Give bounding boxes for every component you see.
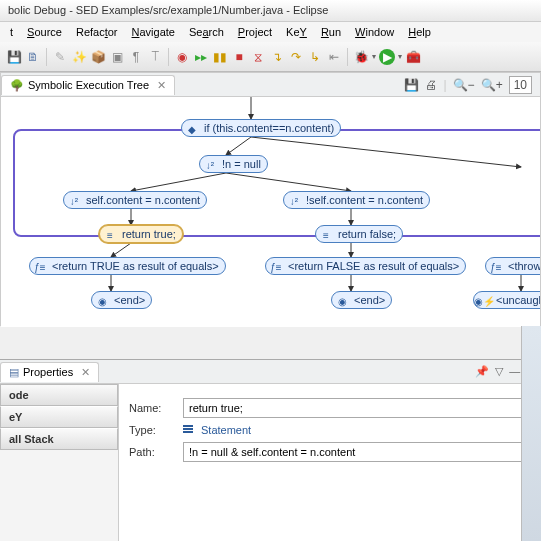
- tree-canvas[interactable]: ◆if (this.content==n.content) ↓²!n = nul…: [1, 97, 540, 327]
- cat-key[interactable]: eY: [0, 406, 118, 428]
- node-notnull[interactable]: ↓²!n = null: [199, 155, 268, 173]
- node-return-true[interactable]: ≡return true;: [99, 225, 183, 243]
- package-icon[interactable]: 📦: [90, 49, 106, 65]
- zoom-out-icon[interactable]: 🔍−: [453, 78, 475, 92]
- save-image-icon[interactable]: 💾: [404, 78, 419, 92]
- right-sash[interactable]: [521, 326, 541, 541]
- menu-run[interactable]: Run: [315, 24, 347, 40]
- frame-outer: [13, 129, 540, 237]
- path-field[interactable]: [183, 442, 531, 462]
- node-uncaught[interactable]: ◉⚡<uncaught jav: [473, 291, 540, 309]
- title-bar: bolic Debug - SED Examples/src/example1/…: [0, 0, 541, 22]
- node-result-false[interactable]: ƒ≡<return FALSE as result of equals>: [265, 257, 466, 275]
- cond-icon: ↓²: [67, 194, 81, 208]
- pin-icon[interactable]: 📌: [475, 365, 489, 378]
- branch-icon: ◆: [185, 122, 199, 136]
- return-icon: ƒ≡: [269, 260, 283, 274]
- ruler-icon[interactable]: ⟙: [147, 49, 163, 65]
- close-icon[interactable]: ✕: [157, 79, 166, 92]
- stmt-icon: ≡: [103, 228, 117, 242]
- symbolic-tree-view: 🌳 Symbolic Execution Tree ✕ 💾 🖨 | 🔍− 🔍+ …: [0, 72, 541, 326]
- menu-window[interactable]: Window: [349, 24, 400, 40]
- props-icon: ▤: [9, 366, 19, 379]
- name-label: Name:: [129, 402, 173, 414]
- cat-callstack[interactable]: all Stack: [0, 428, 118, 450]
- menu-edit[interactable]: t: [4, 24, 19, 40]
- tree-icon: 🌳: [10, 79, 24, 92]
- save-icon[interactable]: 💾: [6, 49, 22, 65]
- stepreturn-icon[interactable]: ↳: [307, 49, 323, 65]
- type-value: Statement: [183, 424, 531, 436]
- menu-project[interactable]: Project: [232, 24, 278, 40]
- minimize-icon[interactable]: —: [509, 365, 520, 378]
- node-end1[interactable]: ◉<end>: [91, 291, 152, 309]
- node-return-false[interactable]: ≡return false;: [315, 225, 403, 243]
- menu-icon[interactable]: ▽: [495, 365, 503, 378]
- save-all-icon[interactable]: 🗎: [25, 49, 41, 65]
- cat-node[interactable]: ode: [0, 384, 118, 406]
- node-notselfeq[interactable]: ↓²!self.content = n.content: [283, 191, 430, 209]
- stmt-icon: ≡: [319, 228, 333, 242]
- return-icon: ƒ≡: [33, 260, 47, 274]
- zoom-field[interactable]: 10: [509, 76, 532, 94]
- dropframe-icon[interactable]: ⇤: [326, 49, 342, 65]
- wand-icon[interactable]: ✨: [71, 49, 87, 65]
- stepinto-icon[interactable]: ↴: [269, 49, 285, 65]
- tab-symbolic-tree[interactable]: 🌳 Symbolic Execution Tree ✕: [1, 75, 175, 95]
- node-selfeq[interactable]: ↓²self.content = n.content: [63, 191, 207, 209]
- cond-icon: ↓²: [203, 158, 217, 172]
- props-tabs: ▤ Properties ✕ 📌 ▽ — □: [0, 360, 541, 384]
- type-label: Type:: [129, 424, 173, 436]
- node-throw[interactable]: ƒ≡<throw java: [485, 257, 540, 275]
- end-icon: ◉: [335, 294, 349, 308]
- props-categories: ode eY all Stack: [0, 384, 118, 541]
- menu-refactor[interactable]: Refactor: [70, 24, 124, 40]
- menu-source[interactable]: Source: [21, 24, 68, 40]
- terminate-icon[interactable]: ■: [231, 49, 247, 65]
- resume-icon[interactable]: ▸▸: [193, 49, 209, 65]
- props-content: Name: Type: Statement Path:: [118, 384, 541, 541]
- view-tabs: 🌳 Symbolic Execution Tree ✕ 💾 🖨 | 🔍− 🔍+ …: [1, 73, 540, 97]
- close-icon[interactable]: ✕: [81, 366, 90, 379]
- stop2-icon[interactable]: ◉: [174, 49, 190, 65]
- menu-navigate[interactable]: Navigate: [126, 24, 181, 40]
- cond-icon: ↓²: [287, 194, 301, 208]
- tab-properties[interactable]: ▤ Properties ✕: [0, 362, 99, 382]
- menu-bar: t Source Refactor Navigate Search Projec…: [0, 22, 541, 42]
- box-icon[interactable]: ▣: [109, 49, 125, 65]
- properties-view: ▤ Properties ✕ 📌 ▽ — □ ode eY all Stack …: [0, 359, 541, 541]
- svg-line-7: [111, 243, 131, 257]
- node-if[interactable]: ◆if (this.content==n.content): [181, 119, 341, 137]
- exception-icon: ◉⚡: [477, 294, 491, 308]
- props-tab-label: Properties: [23, 366, 73, 378]
- external-icon[interactable]: 🧰: [405, 49, 421, 65]
- pause-icon[interactable]: ▮▮: [212, 49, 228, 65]
- magic-icon[interactable]: ✎: [52, 49, 68, 65]
- disconnect-icon[interactable]: ⧖: [250, 49, 266, 65]
- throw-icon: ƒ≡: [489, 260, 503, 274]
- path-label: Path:: [129, 446, 173, 458]
- debug-icon[interactable]: 🐞: [353, 49, 369, 65]
- text-icon[interactable]: ¶: [128, 49, 144, 65]
- toolbar: 💾 🗎 ✎ ✨ 📦 ▣ ¶ ⟙ ◉ ▸▸ ▮▮ ■ ⧖ ↴ ↷ ↳ ⇤ 🐞 ▾ …: [0, 42, 541, 72]
- tab-label: Symbolic Execution Tree: [28, 79, 149, 91]
- end-icon: ◉: [95, 294, 109, 308]
- node-end2[interactable]: ◉<end>: [331, 291, 392, 309]
- run-icon[interactable]: ▶: [379, 49, 395, 65]
- menu-help[interactable]: Help: [402, 24, 437, 40]
- stepover-icon[interactable]: ↷: [288, 49, 304, 65]
- menu-search[interactable]: Search: [183, 24, 230, 40]
- stmt-icon: [183, 425, 195, 435]
- zoom-in-icon[interactable]: 🔍+: [481, 78, 503, 92]
- menu-key[interactable]: KeY: [280, 24, 313, 40]
- name-field[interactable]: [183, 398, 531, 418]
- node-result-true[interactable]: ƒ≡<return TRUE as result of equals>: [29, 257, 226, 275]
- print-icon[interactable]: 🖨: [425, 78, 437, 92]
